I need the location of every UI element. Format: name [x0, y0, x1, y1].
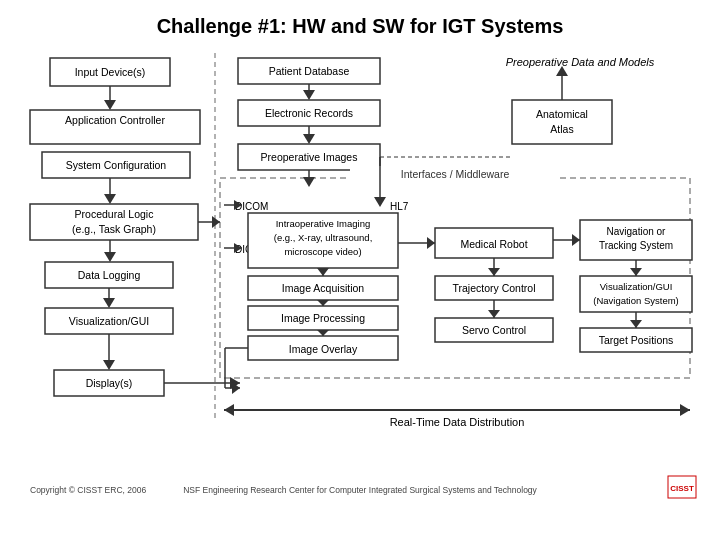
- arrow-head-1: [104, 100, 116, 110]
- page: Challenge #1: HW and SW for IGT Systems …: [0, 0, 720, 540]
- arrow-head-hl7: [374, 197, 386, 207]
- arrow-head-im: [427, 237, 435, 249]
- anatomical-atlas-label2: Atlas: [550, 123, 573, 135]
- sys-config-label: System Configuration: [66, 159, 167, 171]
- arrow-head-pd: [303, 90, 315, 100]
- dicom-label1: DICOM: [235, 201, 268, 212]
- target-pos-label: Target Positions: [599, 334, 674, 346]
- input-device-label: Input Device(s): [75, 66, 146, 78]
- arrow-head-iacq: [317, 300, 329, 306]
- arrow-head-5: [103, 360, 115, 370]
- servo-control-label: Servo Control: [462, 324, 526, 336]
- img-overlay-label: Image Overlay: [289, 343, 358, 355]
- arrow-head-pi-if: [303, 177, 315, 187]
- img-processing-label: Image Processing: [281, 312, 365, 324]
- hl7-label: HL7: [390, 201, 409, 212]
- viz-gui-label: Visualization/GUI: [69, 315, 149, 327]
- arrow-head-mr: [488, 268, 500, 276]
- arrow-head-nt: [630, 268, 642, 276]
- arrow-head-4: [103, 298, 115, 308]
- preop-data-label: Preoperative Data and Models: [506, 56, 655, 68]
- medical-robot-label: Medical Robot: [460, 238, 527, 250]
- proc-logic-label1: Procedural Logic: [75, 208, 154, 220]
- arrow-head-2: [104, 194, 116, 204]
- arrow-head-er: [303, 134, 315, 144]
- viz-gui-nav-label1: Visualization/GUI: [600, 281, 673, 292]
- arrow-head-vn: [630, 320, 642, 328]
- patient-db-label: Patient Database: [269, 65, 350, 77]
- rt-label: Real-Time Data Distribution: [390, 416, 525, 428]
- arrow-head-3: [104, 252, 116, 262]
- intraop-label3: microscope video): [284, 246, 361, 257]
- anatomical-atlas-box: [512, 100, 612, 144]
- intraop-label2: (e.g., X-ray, ultrasound,: [274, 232, 373, 243]
- arrow-head-tc: [488, 310, 500, 318]
- traj-control-label: Trajectory Control: [452, 282, 535, 294]
- logo-text: CISST: [670, 484, 694, 493]
- preop-images-label: Preoperative Images: [261, 151, 358, 163]
- app-controller-label: Application Controller: [65, 114, 165, 126]
- interfaces-label-text: Interfaces / Middleware: [401, 168, 510, 180]
- display-label: Display(s): [86, 377, 133, 389]
- diagram-svg: Input Device(s) Application Controller S…: [20, 48, 700, 503]
- proc-logic-label2: (e.g., Task Graph): [72, 223, 156, 235]
- arrow-head-proc-if: [212, 216, 220, 228]
- elec-records-label: Electronic Records: [265, 107, 353, 119]
- viz-gui-nav-label2: (Navigation System): [593, 295, 679, 306]
- rt-arrow-left: [224, 404, 234, 416]
- nav-tracking-label2: Tracking System: [599, 240, 673, 251]
- arrow-head-ia: [317, 268, 329, 276]
- nav-tracking-label1: Navigation or: [607, 226, 667, 237]
- nsf-text: NSF Engineering Research Center for Comp…: [183, 485, 537, 495]
- anatomical-atlas-label1: Anatomical: [536, 108, 588, 120]
- copyright-text: Copyright © CISST ERC, 2006: [30, 485, 146, 495]
- intraop-label1: Intraoperative Imaging: [276, 218, 371, 229]
- img-acquisition-label: Image Acquisition: [282, 282, 364, 294]
- data-logging-label: Data Logging: [78, 269, 141, 281]
- rt-arrow-right: [680, 404, 690, 416]
- page-title: Challenge #1: HW and SW for IGT Systems: [20, 15, 700, 38]
- arrow-head-ip: [317, 330, 329, 336]
- arrow-head-mn: [572, 234, 580, 246]
